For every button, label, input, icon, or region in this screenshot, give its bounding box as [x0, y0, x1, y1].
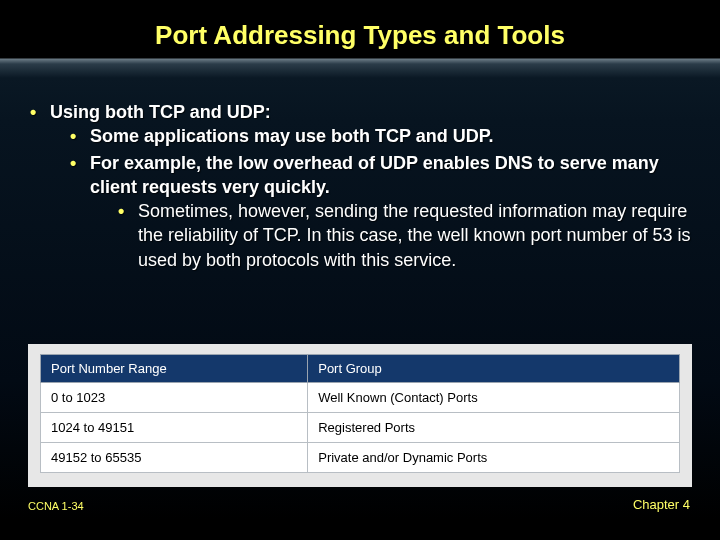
bullet-text: Some applications may use both TCP and U…: [90, 126, 493, 146]
table-header-row: Port Number Range Port Group: [41, 355, 680, 383]
table-header-cell: Port Number Range: [41, 355, 308, 383]
table-cell: 49152 to 65535: [41, 443, 308, 473]
table-row: 0 to 1023 Well Known (Contact) Ports: [41, 383, 680, 413]
bullet-text: Using both TCP and UDP:: [50, 102, 271, 122]
table-header-cell: Port Group: [308, 355, 680, 383]
bullet-level1: Using both TCP and UDP: Some application…: [28, 100, 692, 272]
slide-body: Using both TCP and UDP: Some application…: [28, 100, 692, 274]
table-cell: Well Known (Contact) Ports: [308, 383, 680, 413]
slide-title: Port Addressing Types and Tools: [0, 0, 720, 51]
table-row: 1024 to 49151 Registered Ports: [41, 413, 680, 443]
table-cell: Private and/or Dynamic Ports: [308, 443, 680, 473]
table-row: 49152 to 65535 Private and/or Dynamic Po…: [41, 443, 680, 473]
table-cell: Registered Ports: [308, 413, 680, 443]
bullet-text: Sometimes, however, sending the requeste…: [138, 201, 691, 270]
port-table: Port Number Range Port Group 0 to 1023 W…: [40, 354, 680, 473]
bullet-level3: Sometimes, however, sending the requeste…: [116, 199, 692, 272]
bullet-text: For example, the low overhead of UDP ena…: [90, 153, 659, 197]
slide: Port Addressing Types and Tools Using bo…: [0, 0, 720, 540]
table-cell: 1024 to 49151: [41, 413, 308, 443]
footer-right: Chapter 4: [633, 497, 690, 512]
bullet-level2: For example, the low overhead of UDP ena…: [68, 151, 692, 272]
bullet-level2: Some applications may use both TCP and U…: [68, 124, 692, 148]
table-cell: 0 to 1023: [41, 383, 308, 413]
footer-left: CCNA 1-34: [28, 500, 84, 512]
port-table-container: Port Number Range Port Group 0 to 1023 W…: [28, 344, 692, 487]
